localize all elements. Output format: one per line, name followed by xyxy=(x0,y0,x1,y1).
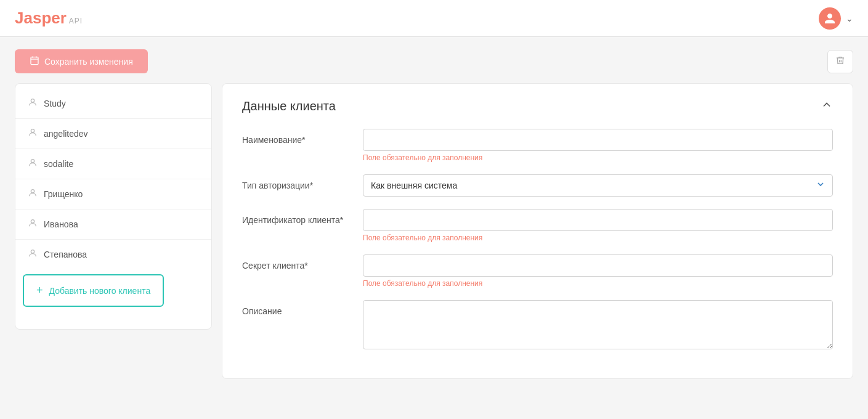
input-client-id[interactable] xyxy=(363,209,833,231)
sidebar-item-stepanova[interactable]: Степанова xyxy=(15,240,211,269)
form-group-name: Наименование* Поле обязательно для запол… xyxy=(242,129,833,162)
error-client-id: Поле обязательно для заполнения xyxy=(363,234,833,242)
app-header: Jasper API ⌄ xyxy=(0,0,868,37)
sidebar-item-label: Грищенко xyxy=(44,189,83,199)
logo-api: API xyxy=(69,17,83,25)
label-auth-type: Тип авторизации* xyxy=(242,174,353,190)
form-group-description: Описание xyxy=(242,300,833,351)
save-button[interactable]: Сохранить изменения xyxy=(15,49,148,73)
sidebar-item-ivanova[interactable]: Иванова xyxy=(15,210,211,240)
logo: Jasper API xyxy=(15,9,83,28)
form-group-client-id: Идентификатор клиента* Поле обязательно … xyxy=(242,209,833,242)
form-group-auth-type: Тип авторизации* Как внешняя система Дру… xyxy=(242,174,833,197)
sidebar-item-label: angelitedev xyxy=(44,129,88,139)
form-group-client-secret: Секрет клиента* Поле обязательно для зап… xyxy=(242,254,833,288)
field-wrap-client-id: Поле обязательно для заполнения xyxy=(363,209,833,242)
sidebar: Study angelitedev sodalite Грищенко xyxy=(15,83,212,330)
user-icon xyxy=(28,158,38,170)
sidebar-item-label: Иванова xyxy=(44,219,78,229)
user-icon xyxy=(28,248,38,261)
sidebar-item-grishchenko[interactable]: Грищенко xyxy=(15,179,211,210)
form-panel: Данные клиента Наименование* Поле обязат… xyxy=(222,83,853,379)
select-auth-type[interactable]: Как внешняя система Другой тип xyxy=(363,174,833,197)
textarea-description[interactable] xyxy=(363,300,833,349)
select-wrap-auth-type: Как внешняя система Другой тип xyxy=(363,174,833,197)
user-icon xyxy=(28,188,38,200)
add-client-label: Добавить нового клиента xyxy=(49,286,151,296)
sidebar-item-angelitedev[interactable]: angelitedev xyxy=(15,119,211,149)
label-client-id: Идентификатор клиента* xyxy=(242,209,353,225)
header-right: ⌄ xyxy=(819,7,853,30)
label-description: Описание xyxy=(242,300,353,316)
field-wrap-description xyxy=(363,300,833,351)
field-wrap-name: Поле обязательно для заполнения xyxy=(363,129,833,162)
sidebar-item-study[interactable]: Study xyxy=(15,89,211,119)
svg-point-5 xyxy=(31,129,34,132)
svg-point-7 xyxy=(31,190,34,193)
user-icon xyxy=(28,218,38,230)
logo-jasper: Jasper xyxy=(15,9,67,28)
label-name: Наименование* xyxy=(242,129,353,145)
plus-icon: + xyxy=(36,284,43,297)
avatar[interactable] xyxy=(819,7,841,30)
form-title: Данные клиента xyxy=(242,99,336,113)
field-wrap-client-secret: Поле обязательно для заполнения xyxy=(363,254,833,288)
error-name: Поле обязательно для заполнения xyxy=(363,153,833,162)
svg-point-9 xyxy=(31,250,34,253)
input-name[interactable] xyxy=(363,129,833,151)
user-menu-chevron[interactable]: ⌄ xyxy=(846,14,853,23)
collapse-button[interactable] xyxy=(821,99,833,114)
svg-rect-0 xyxy=(31,57,38,65)
input-client-secret[interactable] xyxy=(363,254,833,277)
svg-point-8 xyxy=(31,220,34,223)
toolbar: Сохранить изменения xyxy=(15,49,853,73)
user-icon xyxy=(28,97,38,110)
user-icon xyxy=(28,128,38,140)
sidebar-item-label: sodalite xyxy=(44,159,73,169)
calendar-icon xyxy=(30,55,39,67)
content-row: Study angelitedev sodalite Грищенко xyxy=(15,83,853,379)
sidebar-item-label: Study xyxy=(44,99,66,108)
error-client-secret: Поле обязательно для заполнения xyxy=(363,279,833,288)
field-wrap-auth-type: Как внешняя система Другой тип xyxy=(363,174,833,197)
svg-point-4 xyxy=(31,99,34,102)
sidebar-item-label: Степанова xyxy=(44,250,87,259)
main-content: Сохранить изменения Study angelitedev xyxy=(0,37,868,391)
label-client-secret: Секрет клиента* xyxy=(242,254,353,271)
form-header: Данные клиента xyxy=(242,99,833,114)
trash-icon xyxy=(835,57,845,67)
save-button-label: Сохранить изменения xyxy=(44,57,133,67)
sidebar-item-sodalite[interactable]: sodalite xyxy=(15,149,211,179)
svg-point-6 xyxy=(31,160,34,163)
delete-button[interactable] xyxy=(827,50,853,73)
add-client-button[interactable]: + Добавить нового клиента xyxy=(23,274,164,307)
